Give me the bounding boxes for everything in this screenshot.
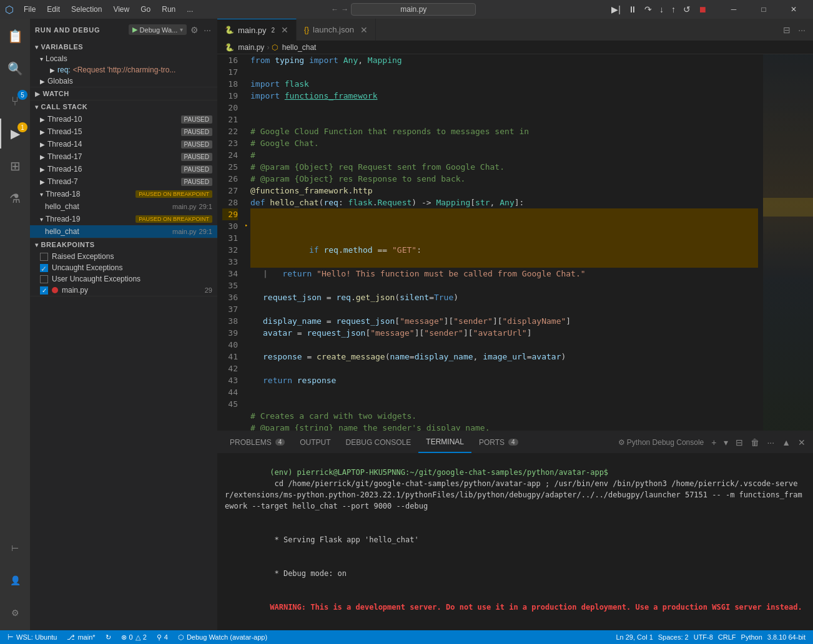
status-errors[interactable]: ⊗ 0 △ 2	[119, 630, 149, 644]
debug-pause[interactable]: ⏸	[626, 3, 639, 16]
vars-item-req[interactable]: ▶ req: <Request 'http://charming-tro...	[30, 64, 217, 76]
thread-10[interactable]: ▶ Thread-10 PAUSED	[30, 113, 217, 125]
problems-label: PROBLEMS	[230, 438, 272, 447]
status-eol[interactable]: CRLF	[716, 630, 739, 644]
debug-stop[interactable]: ⏹	[696, 3, 709, 16]
thread-14[interactable]: ▶ Thread-14 PAUSED	[30, 138, 217, 150]
window-controls: ─ □ ✕	[719, 0, 808, 19]
variables-header[interactable]: ▾ VARIABLES	[30, 41, 217, 53]
activity-settings[interactable]: ⚙	[0, 598, 30, 628]
breakpoint-mainpy[interactable]: ✓ main.py 29	[30, 285, 217, 296]
debug-config-selector[interactable]: ▶ Debug Wa... ▾	[129, 24, 187, 35]
menu-more[interactable]: ...	[182, 4, 198, 15]
status-encoding[interactable]: UTF-8	[691, 630, 716, 644]
menu-selection[interactable]: Selection	[66, 4, 107, 15]
breakpoint-raised[interactable]: Raised Exceptions	[30, 251, 217, 262]
panel-launch-profile[interactable]: ▾	[721, 436, 731, 449]
win-maximize[interactable]: □	[749, 0, 778, 19]
status-sync[interactable]: ↻	[103, 630, 114, 644]
code-line-25: # @param {Object} req Request sent from …	[250, 161, 758, 173]
panel-maximize[interactable]: ▲	[779, 436, 793, 449]
thread-16[interactable]: ▶ Thread-16 PAUSED	[30, 163, 217, 175]
thread-19-frame-0[interactable]: hello_chat main.py 29:1	[30, 225, 217, 238]
sidebar-more-btn[interactable]: ···	[202, 24, 212, 36]
locals-label: Locals	[46, 54, 67, 63]
status-wsl[interactable]: ⊢ WSL: Ubuntu	[5, 630, 59, 644]
status-spaces[interactable]: Spaces: 2	[656, 630, 691, 644]
tab-launchjson[interactable]: {} launch.json ✕	[297, 19, 376, 41]
status-debug-watch-label: 4	[164, 633, 168, 641]
raised-checkbox[interactable]	[40, 253, 48, 261]
sidebar-settings-btn[interactable]: ⚙	[189, 24, 200, 36]
menu-edit[interactable]: Edit	[42, 4, 65, 15]
activity-remote[interactable]: ⊢	[0, 533, 30, 563]
callstack-header[interactable]: ▾ CALL STACK	[30, 100, 217, 113]
code-content[interactable]: from typing import Any, Mapping import f…	[245, 54, 763, 431]
panel-kill[interactable]: 🗑	[748, 436, 762, 449]
status-python-version[interactable]: 3.8.10 64-bit	[765, 630, 808, 644]
panel-tab-output[interactable]: OUTPUT	[292, 431, 338, 453]
debug-continue[interactable]: ▶|	[609, 3, 623, 16]
activity-source-control[interactable]: ⑂ 5	[0, 86, 30, 116]
activity-extensions[interactable]: ⊞	[0, 151, 30, 181]
menu-file[interactable]: File	[19, 4, 41, 15]
status-debug-name[interactable]: ⬡ Debug Watch (avatar-app)	[175, 630, 270, 644]
breakpoint-uncaught[interactable]: ✓ Uncaught Exceptions	[30, 262, 217, 273]
thread-7[interactable]: ▶ Thread-7 PAUSED	[30, 175, 217, 188]
breadcrumb-file[interactable]: 🐍 main.py	[225, 43, 264, 52]
nav-forward[interactable]: →	[341, 5, 348, 14]
debug-step-over[interactable]: ↷	[642, 3, 654, 16]
menu-run[interactable]: Run	[157, 4, 180, 15]
thread-15[interactable]: ▶ Thread-15 PAUSED	[30, 125, 217, 138]
breadcrumb-func[interactable]: ⬡ hello_chat	[272, 43, 316, 52]
panel-tab-ports[interactable]: PORTS 4	[471, 431, 526, 453]
user-uncaught-checkbox[interactable]	[40, 275, 48, 283]
panel-add-terminal[interactable]: +	[709, 436, 719, 449]
status-git-branch[interactable]: ⎇ main*	[64, 630, 97, 644]
panel-tab-problems[interactable]: PROBLEMS 4	[222, 431, 292, 453]
activity-search[interactable]: 🔍	[0, 54, 30, 84]
thread-18[interactable]: ▾ Thread-18 PAUSED ON BREAKPOINT	[30, 188, 217, 200]
tab-mainpy-close[interactable]: ✕	[281, 25, 288, 35]
menu-view[interactable]: View	[108, 4, 134, 15]
panel-tab-terminal[interactable]: TERMINAL	[418, 431, 471, 453]
breakpoint-user-uncaught[interactable]: User Uncaught Exceptions	[30, 273, 217, 285]
mainpy-checkbox[interactable]: ✓	[40, 286, 48, 295]
terminal-content[interactable]: (env) pierrick@LAPTOP-HKU5PNNG:~/git/goo…	[217, 453, 813, 630]
debug-step-out[interactable]: ↑	[669, 3, 678, 16]
thread-17-status: PAUSED	[181, 153, 212, 161]
panel-more[interactable]: ···	[764, 436, 777, 449]
activity-testing[interactable]: ⚗	[0, 183, 30, 213]
code-line-36	[250, 339, 758, 351]
watch-header[interactable]: ▶ WATCH	[30, 87, 217, 100]
thread-18-frame-0[interactable]: hello_chat main.py 29:1	[30, 200, 217, 213]
thread-19[interactable]: ▾ Thread-19 PAUSED ON BREAKPOINT	[30, 213, 217, 225]
menu-bar: File Edit Selection View Go Run ...	[19, 4, 198, 15]
menu-go[interactable]: Go	[136, 4, 155, 15]
debug-step-into[interactable]: ↓	[657, 3, 666, 16]
address-bar[interactable]: main.py	[351, 3, 476, 16]
activity-explorer[interactable]: 📋	[0, 21, 30, 51]
status-debug-watch[interactable]: ⚲ 4	[154, 630, 170, 644]
status-language[interactable]: Python	[739, 630, 765, 644]
activity-run-debug[interactable]: ▶ 1	[0, 119, 30, 149]
thread-17[interactable]: ▶ Thread-17 PAUSED	[30, 150, 217, 163]
terminal-debug-mode: * Debug mode: on	[270, 569, 347, 578]
tab-mainpy[interactable]: 🐍 main.py 2 ✕	[217, 19, 297, 41]
tab-launchjson-close[interactable]: ✕	[360, 25, 368, 35]
status-ln-col[interactable]: Ln 29, Col 1	[613, 630, 655, 644]
nav-back[interactable]: ←	[331, 5, 338, 14]
win-minimize[interactable]: ─	[719, 0, 748, 19]
breakpoints-header[interactable]: ▾ BREAKPOINTS	[30, 238, 217, 251]
win-close[interactable]: ✕	[779, 0, 808, 19]
tab-split-editor[interactable]: ⊟	[781, 24, 793, 36]
panel-tab-debug-console[interactable]: DEBUG CONSOLE	[338, 431, 419, 453]
panel-close[interactable]: ✕	[796, 436, 808, 449]
activity-accounts[interactable]: 👤	[0, 565, 30, 595]
locals-header[interactable]: ▾ Locals	[30, 53, 217, 64]
uncaught-checkbox[interactable]: ✓	[40, 264, 48, 272]
debug-restart[interactable]: ↺	[681, 3, 693, 16]
panel-split[interactable]: ⊟	[733, 436, 746, 449]
tab-more-actions[interactable]: ···	[796, 24, 808, 36]
globals-header[interactable]: ▶ Globals	[30, 76, 217, 87]
